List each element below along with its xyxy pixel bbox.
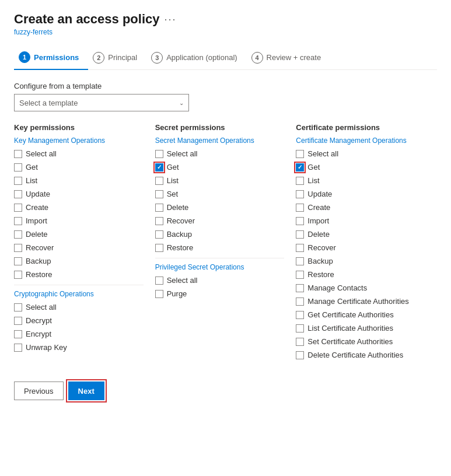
checkbox-label-sec-purge[interactable]: Purge (167, 289, 187, 298)
previous-button[interactable]: Previous (14, 382, 64, 400)
checkbox-label-cert-manage-contacts[interactable]: Manage Contacts (307, 284, 367, 292)
checkbox-item-cert-select-all: Select all (296, 148, 425, 159)
next-button[interactable]: Next (68, 382, 104, 400)
checkbox-key-list[interactable] (14, 177, 22, 185)
checkbox-cert-import[interactable] (296, 217, 304, 225)
checkbox-cert-recover[interactable] (296, 244, 304, 252)
perm-column-title-1: Secret permissions (155, 123, 285, 132)
checkbox-sec-backup[interactable] (155, 230, 163, 239)
checkbox-sec-delete[interactable] (155, 204, 163, 212)
checkbox-label-key-get[interactable]: Get (26, 163, 38, 172)
checkbox-label-sec-restore[interactable]: Restore (167, 243, 194, 252)
checkbox-label-cert-list[interactable]: List (307, 176, 319, 185)
checkbox-cert-select-all[interactable] (296, 150, 304, 158)
step-4[interactable]: 4 Review + create (247, 46, 331, 69)
checkbox-label-cert-get[interactable]: Get (307, 163, 320, 172)
checkbox-label-cert-update[interactable]: Update (307, 190, 332, 198)
checkbox-key-recover[interactable] (14, 244, 22, 252)
checkbox-key-encrypt[interactable] (14, 330, 22, 338)
checkbox-cert-create[interactable] (296, 204, 304, 212)
checkbox-sec-purge[interactable] (155, 290, 163, 298)
checkbox-label-cert-delete[interactable]: Delete (307, 230, 330, 239)
checkbox-cert-backup[interactable] (296, 257, 304, 265)
checkbox-key-backup[interactable] (14, 257, 22, 265)
checkbox-key-unwrap[interactable] (14, 344, 22, 352)
ellipsis-menu[interactable]: ··· (164, 13, 176, 26)
step-circle-2: 2 (93, 52, 104, 64)
checkbox-label-key-crypto-select-all[interactable]: Select all (26, 303, 57, 312)
checkbox-cert-list[interactable] (296, 177, 304, 185)
checkbox-key-create[interactable] (14, 204, 22, 212)
checkbox-cert-set-ca[interactable] (296, 338, 304, 346)
checkbox-label-key-delete[interactable]: Delete (26, 230, 48, 239)
checkbox-label-sec-backup[interactable]: Backup (167, 230, 192, 239)
perm-column-0: Key permissionsKey Management Operations… (14, 123, 155, 363)
checkbox-label-cert-get-ca[interactable]: Get Certificate Authorities (307, 310, 393, 319)
checkbox-label-key-import[interactable]: Import (26, 216, 47, 225)
checkbox-label-cert-select-all[interactable]: Select all (307, 149, 338, 158)
checkbox-sec-select-all[interactable] (155, 150, 163, 158)
checkbox-item-cert-import: Import (296, 215, 425, 226)
checkbox-label-key-recover[interactable]: Recover (26, 243, 54, 252)
checkbox-key-restore[interactable] (14, 271, 22, 279)
checkbox-key-delete[interactable] (14, 230, 22, 239)
checkbox-label-key-backup[interactable]: Backup (26, 257, 51, 265)
template-dropdown[interactable]: Select a template ⌄ (14, 94, 189, 111)
checkbox-label-key-update[interactable]: Update (26, 190, 50, 198)
checkbox-key-crypto-select-all[interactable] (14, 303, 22, 312)
checkbox-key-import[interactable] (14, 217, 22, 225)
checkbox-label-cert-delete-ca[interactable]: Delete Certificate Authorities (307, 351, 403, 359)
checkbox-label-cert-import[interactable]: Import (307, 216, 329, 225)
step-2[interactable]: 2 Principal (88, 46, 146, 69)
checkbox-item-sec-set: Set (155, 188, 285, 200)
breadcrumb[interactable]: fuzzy-ferrets (14, 28, 437, 36)
step-3[interactable]: 3 Application (optional) (146, 46, 246, 69)
checkbox-label-cert-list-ca[interactable]: List Certificate Authorities (307, 324, 393, 332)
checkbox-key-select-all[interactable] (14, 150, 22, 158)
perm-group-label-0-1: Cryptographic Operations (14, 290, 144, 298)
checkbox-label-key-decrypt[interactable]: Decrypt (26, 316, 52, 325)
checkbox-label-cert-create[interactable]: Create (307, 203, 330, 212)
checkbox-label-key-encrypt[interactable]: Encrypt (26, 330, 51, 338)
checkbox-label-cert-set-ca[interactable]: Set Certificate Authorities (307, 337, 393, 346)
checkbox-cert-get[interactable] (296, 163, 304, 172)
checkbox-cert-list-ca[interactable] (296, 324, 304, 332)
checkbox-label-key-unwrap[interactable]: Unwrap Key (26, 343, 67, 352)
checkbox-key-update[interactable] (14, 190, 22, 198)
checkbox-label-sec-get[interactable]: Get (167, 163, 179, 172)
checkbox-cert-delete[interactable] (296, 230, 304, 239)
checkbox-sec-recover[interactable] (155, 217, 163, 225)
checkbox-item-cert-list-ca: List Certificate Authorities (296, 323, 425, 334)
checkbox-label-cert-manage-ca[interactable]: Manage Certificate Authorities (307, 297, 408, 306)
checkbox-sec-list[interactable] (155, 177, 163, 185)
checkbox-cert-delete-ca[interactable] (296, 351, 304, 359)
checkbox-sec-get[interactable] (155, 163, 163, 172)
checkbox-label-key-select-all[interactable]: Select all (26, 149, 57, 158)
checkbox-label-sec-select-all[interactable]: Select all (167, 149, 198, 158)
checkbox-cert-get-ca[interactable] (296, 311, 304, 319)
checkbox-sec-restore[interactable] (155, 244, 163, 252)
checkbox-label-cert-backup[interactable]: Backup (307, 257, 333, 265)
checkbox-label-key-list[interactable]: List (26, 176, 37, 185)
checkbox-cert-update[interactable] (296, 190, 304, 198)
checkbox-sec-priv-select-all[interactable] (155, 276, 163, 285)
checkbox-label-cert-recover[interactable]: Recover (307, 243, 335, 252)
checkbox-item-cert-list: List (296, 175, 425, 186)
checkbox-sec-set[interactable] (155, 190, 163, 198)
checkbox-label-sec-recover[interactable]: Recover (167, 216, 195, 225)
checkbox-label-sec-set[interactable]: Set (167, 190, 179, 198)
checkbox-label-sec-list[interactable]: List (167, 176, 179, 185)
checkbox-label-key-restore[interactable]: Restore (26, 270, 53, 279)
checkbox-cert-restore[interactable] (296, 271, 304, 279)
checkbox-key-decrypt[interactable] (14, 317, 22, 325)
checkbox-cert-manage-contacts[interactable] (296, 284, 304, 292)
checkbox-label-cert-restore[interactable]: Restore (307, 270, 334, 279)
checkbox-label-key-create[interactable]: Create (26, 203, 48, 212)
checkbox-label-sec-delete[interactable]: Delete (167, 203, 189, 212)
checkbox-item-cert-manage-ca: Manage Certificate Authorities (296, 296, 425, 307)
step-label-3: Application (optional) (166, 53, 237, 62)
checkbox-label-sec-priv-select-all[interactable]: Select all (167, 276, 198, 285)
step-1[interactable]: 1 Permissions (14, 46, 88, 70)
checkbox-cert-manage-ca[interactable] (296, 298, 304, 306)
checkbox-key-get[interactable] (14, 163, 22, 172)
